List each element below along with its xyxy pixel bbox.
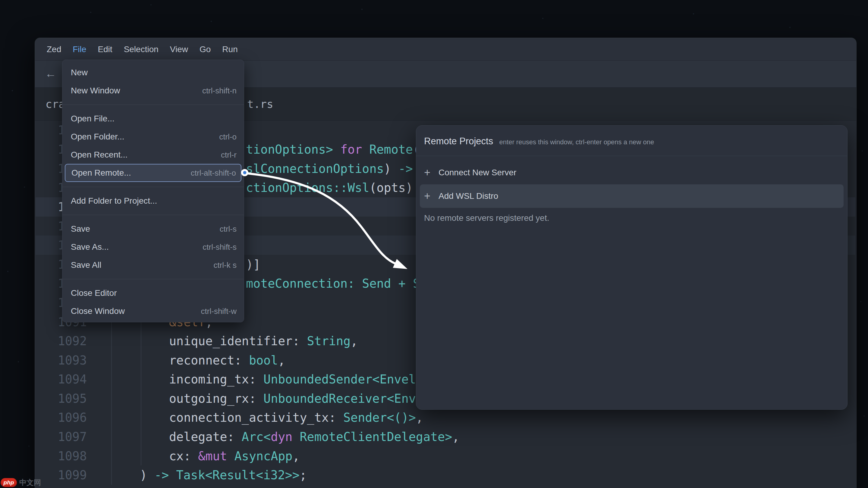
dialog-header: Remote Projects enter reuses this window… (416, 126, 847, 156)
dialog-title: Remote Projects (424, 136, 493, 147)
menu-item-label: Open File... (71, 110, 115, 128)
line-number: 1094 (47, 369, 87, 389)
empty-state-text: No remote servers registered yet. (424, 213, 839, 223)
code-line[interactable]: slConnectionOptions) -> (246, 159, 413, 178)
dialog-action-label: Connect New Server (438, 168, 516, 177)
watermark: php 中文网 (1, 478, 41, 487)
menu-item-shortcut: ctrl-shift-s (203, 238, 237, 256)
menu-item-label: Close Window (71, 302, 125, 320)
dialog-action-connect-new-server[interactable]: +Connect New Server (420, 161, 844, 184)
code-line[interactable]: moteConnection: Send + S (246, 274, 420, 293)
menubar-item-file[interactable]: File (73, 38, 86, 61)
code-line[interactable]: delegate: Arc<dyn RemoteClientDelegate>, (169, 427, 459, 447)
title-bar: ZedFileEditSelectionViewGoRun (35, 38, 856, 61)
menu-item-label: Save As... (71, 238, 109, 256)
menu-item-label: Open Recent... (71, 146, 127, 164)
line-number: 1092 (47, 331, 87, 351)
menu-item-shortcut: ctrl-shift-n (202, 82, 237, 100)
menu-item-shortcut: ctrl-r (221, 146, 237, 164)
menu-item-open-folder[interactable]: Open Folder...ctrl-o (62, 128, 244, 146)
menu-item-label: Close Editor (71, 284, 117, 302)
menu-separator (62, 279, 244, 279)
desktop-noise (0, 0, 1, 1)
menu-bar: ZedFileEditSelectionViewGoRun (35, 38, 856, 60)
menu-item-open-recent[interactable]: Open Recent...ctrl-r (62, 146, 244, 164)
menu-item-label: Add Folder to Project... (71, 192, 157, 210)
code-line[interactable]: cx: &mut AsyncApp, (169, 447, 300, 466)
line-number: 1095 (47, 389, 87, 408)
line-number: 1093 (47, 351, 87, 370)
menu-item-shortcut: ctrl-k s (213, 256, 237, 274)
dialog-action-add-wsl-distro[interactable]: +Add WSL Distro (420, 184, 844, 208)
code-line[interactable]: ctionOptions::Wsl(opts) (246, 178, 413, 197)
code-line[interactable]: reconnect: bool, (169, 351, 285, 370)
line-number: 1096 (47, 408, 87, 427)
menu-item-shortcut: ctrl-shift-w (201, 302, 237, 320)
menu-item-shortcut: ctrl-o (219, 128, 237, 146)
breadcrumb-path-right[interactable]: t.rs (247, 88, 273, 121)
plus-icon: + (424, 166, 435, 179)
remote-projects-dialog: Remote Projects enter reuses this window… (416, 125, 847, 410)
menu-item-close-window[interactable]: Close Windowctrl-shift-w (62, 302, 244, 320)
php-logo-icon: php (1, 478, 17, 487)
code-line[interactable]: tionOptions> for Remote( (246, 140, 420, 159)
menu-item-save-as[interactable]: Save As...ctrl-shift-s (62, 238, 244, 256)
line-number: 1099 (47, 465, 87, 485)
menu-separator (62, 215, 244, 215)
menubar-item-zed[interactable]: Zed (47, 38, 61, 61)
dialog-actions: +Connect New Server+Add WSL Distro (416, 156, 847, 208)
menu-item-label: New Window (71, 82, 120, 100)
menu-item-shortcut: ctrl-s (220, 220, 237, 238)
menubar-item-go[interactable]: Go (199, 38, 211, 61)
plus-icon: + (424, 190, 435, 202)
line-number: 1097 (47, 427, 87, 447)
desktop: 10811082tionOptions> for Remote(1083slCo… (0, 0, 868, 488)
code-line[interactable]: ) -> Task<Result<i32>>; (140, 465, 307, 485)
menu-item-new[interactable]: New (62, 64, 244, 82)
dialog-hint: enter reuses this window, ctrl-enter ope… (499, 138, 654, 146)
file-menu: NewNew Windowctrl-shift-nOpen File...Ope… (62, 60, 244, 322)
menu-item-save[interactable]: Savectrl-s (62, 220, 244, 238)
code-line[interactable]: unique_identifier: String, (169, 331, 358, 351)
menu-item-label: Open Folder... (71, 128, 124, 146)
dialog-action-label: Add WSL Distro (438, 191, 498, 201)
watermark-text: 中文网 (19, 478, 41, 487)
code-line[interactable]: incoming_tx: UnboundedSender<Envelope>, (169, 369, 452, 389)
code-line[interactable]: connection_activity_tx: Sender<()>, (169, 408, 423, 427)
menu-item-shortcut: ctrl-alt-shift-o (191, 164, 236, 182)
code-line[interactable]: )] (246, 255, 260, 274)
menu-item-label: Save All (71, 256, 101, 274)
menu-item-open-file[interactable]: Open File... (62, 110, 244, 128)
menu-item-open-remote[interactable]: Open Remote...ctrl-alt-shift-o (65, 164, 241, 182)
line-number: 1098 (47, 447, 87, 466)
menu-item-label: Open Remote... (71, 164, 131, 182)
menubar-item-view[interactable]: View (170, 38, 188, 61)
menu-item-save-all[interactable]: Save Allctrl-k s (62, 256, 244, 274)
menu-item-add-folder-to-project[interactable]: Add Folder to Project... (62, 192, 244, 210)
menubar-item-run[interactable]: Run (222, 38, 238, 61)
menu-separator (62, 104, 244, 105)
menu-item-label: New (71, 64, 88, 82)
menubar-item-selection[interactable]: Selection (124, 38, 158, 61)
menubar-item-edit[interactable]: Edit (98, 38, 112, 61)
back-icon[interactable]: ← (45, 61, 56, 88)
menu-item-close-editor[interactable]: Close Editor (62, 284, 244, 302)
menu-item-label: Save (71, 220, 90, 238)
menu-item-new-window[interactable]: New Windowctrl-shift-n (62, 82, 244, 100)
